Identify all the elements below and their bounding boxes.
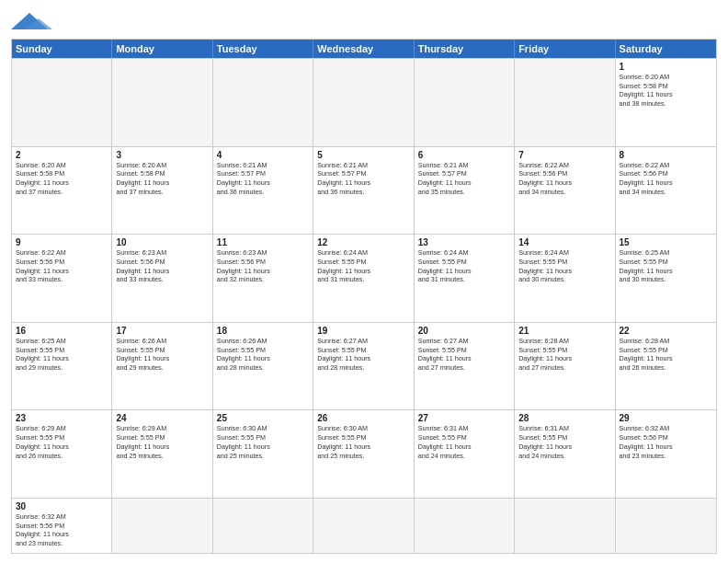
cell-info: Sunrise: 6:20 AM Sunset: 5:58 PM Dayligh… [16, 161, 108, 197]
day-number: 28 [518, 413, 610, 423]
cell-info: Sunrise: 6:29 AM Sunset: 5:55 PM Dayligh… [16, 424, 108, 460]
day-number: 24 [116, 413, 208, 423]
calendar-body: 1Sunrise: 6:20 AM Sunset: 5:58 PM Daylig… [12, 58, 716, 553]
calendar-cell-5-6 [616, 499, 716, 553]
weekday-header-saturday: Saturday [616, 40, 716, 58]
day-number: 8 [620, 150, 712, 160]
calendar-cell-4-6: 29Sunrise: 6:32 AM Sunset: 5:56 PM Dayli… [616, 410, 716, 498]
cell-info: Sunrise: 6:20 AM Sunset: 5:58 PM Dayligh… [116, 161, 208, 197]
calendar-cell-5-4 [415, 499, 515, 553]
calendar-cell-5-5 [515, 499, 615, 553]
calendar-cell-2-6: 15Sunrise: 6:25 AM Sunset: 5:55 PM Dayli… [616, 235, 716, 322]
calendar-cell-2-0: 9Sunrise: 6:22 AM Sunset: 5:56 PM Daylig… [12, 235, 112, 322]
calendar-cell-4-2: 25Sunrise: 6:30 AM Sunset: 5:55 PM Dayli… [213, 410, 313, 498]
day-number: 17 [116, 326, 208, 336]
day-number: 27 [418, 413, 510, 423]
weekday-header-friday: Friday [515, 40, 615, 58]
day-number: 29 [620, 413, 712, 423]
calendar-cell-0-2 [213, 59, 313, 146]
cell-info: Sunrise: 6:25 AM Sunset: 5:55 PM Dayligh… [16, 337, 108, 373]
cell-info: Sunrise: 6:31 AM Sunset: 5:55 PM Dayligh… [418, 424, 510, 460]
day-number: 15 [620, 237, 712, 247]
calendar-cell-1-5: 7Sunrise: 6:22 AM Sunset: 5:56 PM Daylig… [515, 147, 615, 235]
calendar-cell-1-2: 4Sunrise: 6:21 AM Sunset: 5:57 PM Daylig… [213, 147, 313, 235]
cell-info: Sunrise: 6:28 AM Sunset: 5:55 PM Dayligh… [518, 337, 610, 373]
calendar-cell-1-4: 6Sunrise: 6:21 AM Sunset: 5:57 PM Daylig… [415, 147, 515, 235]
header [11, 9, 717, 33]
cell-info: Sunrise: 6:20 AM Sunset: 5:58 PM Dayligh… [620, 73, 712, 109]
calendar-cell-1-6: 8Sunrise: 6:22 AM Sunset: 5:56 PM Daylig… [616, 147, 716, 235]
cell-info: Sunrise: 6:24 AM Sunset: 5:55 PM Dayligh… [418, 248, 510, 284]
calendar-cell-4-5: 28Sunrise: 6:31 AM Sunset: 5:55 PM Dayli… [515, 410, 615, 498]
calendar-cell-3-1: 17Sunrise: 6:26 AM Sunset: 5:55 PM Dayli… [112, 323, 212, 410]
calendar-cell-3-5: 21Sunrise: 6:28 AM Sunset: 5:55 PM Dayli… [515, 323, 615, 410]
cell-info: Sunrise: 6:23 AM Sunset: 5:56 PM Dayligh… [116, 248, 208, 284]
calendar-row-1: 2Sunrise: 6:20 AM Sunset: 5:58 PM Daylig… [12, 146, 716, 235]
cell-info: Sunrise: 6:24 AM Sunset: 5:55 PM Dayligh… [317, 248, 409, 284]
cell-info: Sunrise: 6:25 AM Sunset: 5:55 PM Dayligh… [620, 248, 712, 284]
calendar-cell-3-6: 22Sunrise: 6:28 AM Sunset: 5:55 PM Dayli… [616, 323, 716, 410]
calendar-row-2: 9Sunrise: 6:22 AM Sunset: 5:56 PM Daylig… [12, 234, 716, 322]
day-number: 26 [317, 413, 409, 423]
day-number: 12 [317, 237, 409, 247]
cell-info: Sunrise: 6:32 AM Sunset: 5:56 PM Dayligh… [620, 424, 712, 460]
day-number: 18 [217, 326, 309, 336]
day-number: 5 [317, 150, 409, 160]
cell-info: Sunrise: 6:26 AM Sunset: 5:55 PM Dayligh… [116, 337, 208, 373]
calendar-cell-2-1: 10Sunrise: 6:23 AM Sunset: 5:56 PM Dayli… [112, 235, 212, 322]
calendar-cell-0-4 [415, 59, 515, 146]
day-number: 3 [116, 150, 208, 160]
cell-info: Sunrise: 6:27 AM Sunset: 5:55 PM Dayligh… [317, 337, 409, 373]
calendar-cell-0-3 [313, 59, 414, 146]
day-number: 19 [317, 326, 409, 336]
day-number: 23 [16, 413, 108, 423]
weekday-header-tuesday: Tuesday [213, 40, 313, 58]
calendar-cell-3-4: 20Sunrise: 6:27 AM Sunset: 5:55 PM Dayli… [415, 323, 515, 410]
calendar-cell-4-0: 23Sunrise: 6:29 AM Sunset: 5:55 PM Dayli… [12, 410, 112, 498]
day-number: 7 [518, 150, 610, 160]
calendar-row-3: 16Sunrise: 6:25 AM Sunset: 5:55 PM Dayli… [12, 322, 716, 410]
weekday-header-thursday: Thursday [415, 40, 515, 58]
calendar-cell-4-4: 27Sunrise: 6:31 AM Sunset: 5:55 PM Dayli… [415, 410, 515, 498]
cell-info: Sunrise: 6:28 AM Sunset: 5:55 PM Dayligh… [620, 337, 712, 373]
cell-info: Sunrise: 6:29 AM Sunset: 5:55 PM Dayligh… [116, 424, 208, 460]
calendar-cell-5-1 [112, 499, 212, 553]
day-number: 6 [418, 150, 510, 160]
calendar-cell-2-2: 11Sunrise: 6:23 AM Sunset: 5:56 PM Dayli… [213, 235, 313, 322]
cell-info: Sunrise: 6:31 AM Sunset: 5:55 PM Dayligh… [518, 424, 610, 460]
calendar-header: SundayMondayTuesdayWednesdayThursdayFrid… [12, 40, 716, 58]
day-number: 20 [418, 326, 510, 336]
calendar-row-0: 1Sunrise: 6:20 AM Sunset: 5:58 PM Daylig… [12, 58, 716, 146]
cell-info: Sunrise: 6:27 AM Sunset: 5:55 PM Dayligh… [418, 337, 510, 373]
day-number: 22 [620, 326, 712, 336]
calendar-cell-4-1: 24Sunrise: 6:29 AM Sunset: 5:55 PM Dayli… [112, 410, 212, 498]
calendar-cell-0-1 [112, 59, 212, 146]
calendar-cell-3-3: 19Sunrise: 6:27 AM Sunset: 5:55 PM Dayli… [313, 323, 414, 410]
weekday-header-wednesday: Wednesday [313, 40, 414, 58]
cell-info: Sunrise: 6:32 AM Sunset: 5:56 PM Dayligh… [16, 512, 108, 548]
calendar-cell-2-5: 14Sunrise: 6:24 AM Sunset: 5:55 PM Dayli… [515, 235, 615, 322]
calendar-row-5: 30Sunrise: 6:32 AM Sunset: 5:56 PM Dayli… [12, 498, 716, 553]
day-number: 13 [418, 237, 510, 247]
day-number: 9 [16, 237, 108, 247]
cell-info: Sunrise: 6:26 AM Sunset: 5:55 PM Dayligh… [217, 337, 309, 373]
calendar-cell-3-2: 18Sunrise: 6:26 AM Sunset: 5:55 PM Dayli… [213, 323, 313, 410]
calendar-cell-5-0: 30Sunrise: 6:32 AM Sunset: 5:56 PM Dayli… [12, 499, 112, 553]
cell-info: Sunrise: 6:21 AM Sunset: 5:57 PM Dayligh… [418, 161, 510, 197]
day-number: 16 [16, 326, 108, 336]
cell-info: Sunrise: 6:21 AM Sunset: 5:57 PM Dayligh… [217, 161, 309, 197]
day-number: 2 [16, 150, 108, 160]
page: SundayMondayTuesdayWednesdayThursdayFrid… [0, 0, 728, 563]
cell-info: Sunrise: 6:23 AM Sunset: 5:56 PM Dayligh… [217, 248, 309, 284]
cell-info: Sunrise: 6:24 AM Sunset: 5:55 PM Dayligh… [518, 248, 610, 284]
calendar-cell-1-3: 5Sunrise: 6:21 AM Sunset: 5:57 PM Daylig… [313, 147, 414, 235]
calendar-cell-5-3 [313, 499, 414, 553]
day-number: 4 [217, 150, 309, 160]
calendar-cell-2-3: 12Sunrise: 6:24 AM Sunset: 5:55 PM Dayli… [313, 235, 414, 322]
day-number: 14 [518, 237, 610, 247]
calendar-cell-5-2 [213, 499, 313, 553]
logo [11, 13, 66, 33]
calendar-cell-3-0: 16Sunrise: 6:25 AM Sunset: 5:55 PM Dayli… [12, 323, 112, 410]
calendar-cell-1-0: 2Sunrise: 6:20 AM Sunset: 5:58 PM Daylig… [12, 147, 112, 235]
calendar-cell-2-4: 13Sunrise: 6:24 AM Sunset: 5:55 PM Dayli… [415, 235, 515, 322]
